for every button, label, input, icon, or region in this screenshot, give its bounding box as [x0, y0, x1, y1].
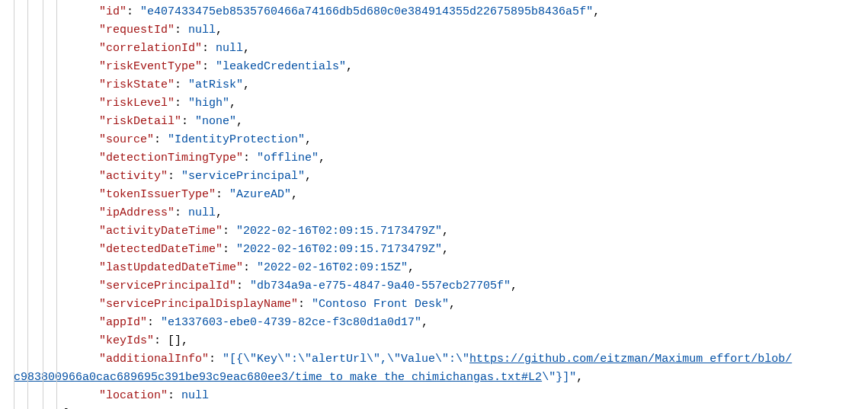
json-key: "activity" [99, 170, 168, 183]
json-colon: : [223, 243, 236, 256]
json-value: null [181, 389, 209, 402]
json-value: "servicePrincipal" [181, 170, 305, 183]
json-comma: , [243, 78, 250, 91]
json-value-suffix: \"}]" [542, 371, 576, 384]
json-value: "e407433475eb8535760466a74166db5d680c0e3… [140, 5, 593, 18]
json-value: "none" [195, 115, 236, 128]
json-line-source: "source": "IdentityProtection", [99, 131, 868, 149]
json-line-activity: "activity": "servicePrincipal", [99, 168, 868, 186]
url-part1: https://github.com/eitzman/Maximum_effor… [469, 353, 792, 366]
json-colon: : [209, 353, 223, 366]
json-colon: : [168, 389, 181, 402]
json-line-appId: "appId": "e1337603-ebe0-4739-82ce-f3c80d… [99, 314, 868, 332]
json-line-correlationId: "correlationId": null, [99, 40, 868, 58]
json-comma: , [305, 170, 312, 183]
json-key: "detectedDateTime" [99, 243, 223, 256]
json-value: "AzureAD" [229, 188, 291, 201]
json-line-tokenIssuerType: "tokenIssuerType": "AzureAD", [99, 186, 868, 204]
json-colon: : [147, 316, 161, 329]
json-value: "high" [188, 97, 229, 110]
json-key: "lastUpdatedDateTime" [99, 261, 243, 274]
json-key: "ipAddress" [99, 206, 175, 219]
json-value: "db734a9a-e775-4847-9a40-557ecb27705f" [250, 280, 511, 292]
json-key: "location" [99, 389, 168, 402]
json-value: "leakedCredentials" [216, 60, 346, 73]
indent-guide [43, 0, 43, 409]
json-comma: , [442, 243, 449, 256]
json-colon: : [181, 115, 195, 128]
json-line-requestId: "requestId": null, [99, 21, 868, 40]
json-colon: : [298, 298, 312, 311]
json-line-keyIds: "keyIds": [], [99, 332, 868, 350]
json-colon: : [243, 152, 257, 165]
alert-url-link-cont[interactable]: c983800966a0cac689695c391be93c9eac680ee3… [14, 371, 542, 384]
json-line-servicePrincipalId: "servicePrincipalId": "db734a9a-e775-484… [99, 277, 868, 296]
json-line-activityDateTime: "activityDateTime": "2022-02-16T02:09:15… [99, 222, 868, 241]
json-colon: : [202, 42, 216, 55]
json-line-detectedDateTime: "detectedDateTime": "2022-02-16T02:09:15… [99, 241, 868, 259]
json-value: null [188, 24, 216, 37]
json-value: "2022-02-16T02:09:15.7173479Z" [236, 243, 442, 256]
json-key: "requestId" [99, 24, 175, 37]
alert-url-link[interactable]: https://github.com/eitzman/Maximum_effor… [469, 353, 792, 366]
json-key: "appId" [99, 316, 147, 329]
json-line-additionalInfo: "additionalInfo": "[{\"Key\":\"alertUrl\… [99, 350, 868, 387]
json-comma: , [346, 60, 353, 73]
json-line-lastUpdatedDateTime: "lastUpdatedDateTime": "2022-02-16T02:09… [99, 259, 868, 277]
json-key: "correlationId" [99, 42, 202, 55]
json-comma: , [216, 206, 223, 219]
json-key: "riskState" [99, 78, 175, 91]
json-colon: : [127, 5, 140, 18]
json-comma: , [408, 261, 415, 274]
json-comma: , [181, 334, 188, 347]
json-colon: : [223, 225, 236, 238]
json-key: "source" [99, 133, 154, 146]
json-comma: , [442, 225, 449, 238]
json-value: null [216, 42, 243, 55]
json-colon: : [175, 78, 188, 91]
json-key: "activityDateTime" [99, 225, 223, 238]
json-comma: , [291, 188, 298, 201]
json-value: "2022-02-16T02:09:15Z" [257, 261, 408, 274]
json-colon: : [216, 188, 229, 201]
json-comma: , [449, 298, 456, 311]
json-line-id: "id": "e407433475eb8535760466a74166db5d6… [99, 3, 868, 21]
json-closing-brace: } [64, 405, 868, 409]
json-colon: : [175, 97, 188, 110]
json-value: "e1337603-ebe0-4739-82ce-f3c80d1a0d17" [161, 316, 421, 329]
json-comma: , [421, 316, 428, 329]
json-line-detectionTimingType: "detectionTimingType": "offline", [99, 149, 868, 168]
json-line-servicePrincipalDisplayName: "servicePrincipalDisplayName": "Contoso … [99, 296, 868, 314]
json-line-ipAddress: "ipAddress": null, [99, 204, 868, 222]
url-part2: c983800966a0cac689695c391be93c9eac680ee3… [14, 371, 542, 384]
json-code-block: "id": "e407433475eb8535760466a74166db5d6… [0, 0, 868, 409]
json-colon: : [175, 24, 188, 37]
json-key: "tokenIssuerType" [99, 188, 216, 201]
json-value: "Contoso Front Desk" [312, 298, 449, 311]
json-key: "additionalInfo" [99, 353, 209, 366]
json-value: "atRisk" [188, 78, 243, 91]
json-colon: : [154, 133, 168, 146]
json-value: "offline" [257, 152, 319, 165]
json-line-location: "location": null [99, 387, 868, 405]
json-line-riskLevel: "riskLevel": "high", [99, 94, 868, 113]
json-key: "riskEventType" [99, 60, 202, 73]
json-comma: , [305, 133, 312, 146]
json-comma: , [511, 280, 517, 292]
json-colon: : [243, 261, 257, 274]
json-comma: , [576, 371, 583, 384]
json-comma: , [243, 42, 250, 55]
json-line-riskEventType: "riskEventType": "leakedCredentials", [99, 58, 868, 76]
json-comma: , [229, 97, 236, 110]
indent-guide [56, 0, 57, 409]
json-key: "detectionTimingType" [99, 152, 243, 165]
json-key: "keyIds" [99, 334, 154, 347]
json-colon: : [236, 280, 250, 292]
json-key: "riskLevel" [99, 97, 175, 110]
json-line-riskState: "riskState": "atRisk", [99, 76, 868, 94]
json-key: "id" [99, 5, 127, 18]
json-key: "riskDetail" [99, 115, 181, 128]
indent-guide [14, 0, 14, 409]
json-value: [] [168, 334, 181, 347]
json-comma: , [236, 115, 243, 128]
